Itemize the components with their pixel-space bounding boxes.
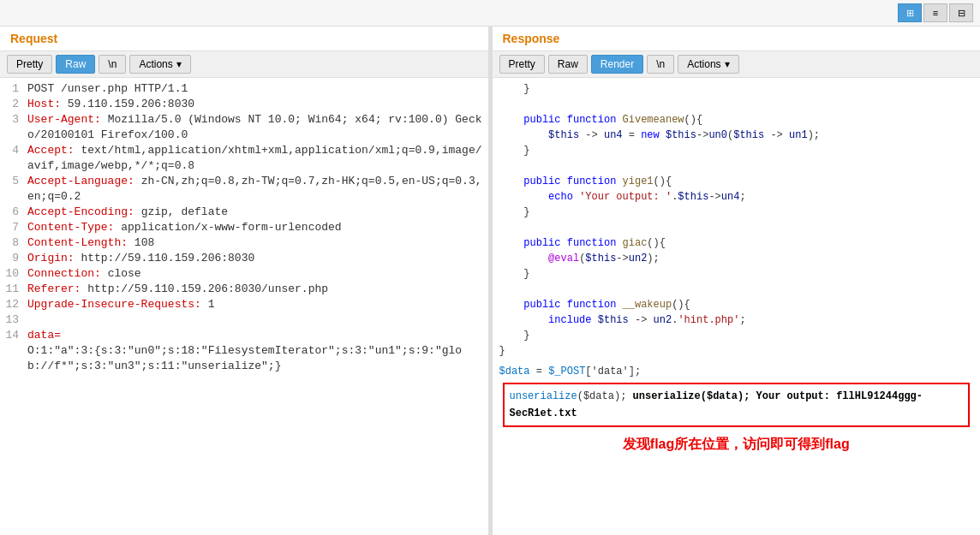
top-bar: ⊞ ≡ ⊟ (0, 0, 980, 27)
request-line-5: 5 Accept-Language: zh-CN,zh;q=0.8,zh-TW;… (0, 174, 488, 205)
horizontal-view-button[interactable]: ≡ (923, 3, 947, 22)
response-render-tab[interactable]: Render (591, 55, 643, 74)
request-line-10: 10 Connection: close (0, 266, 488, 282)
response-actions-button[interactable]: Actions ▾ (678, 55, 738, 74)
request-actions-button[interactable]: Actions ▾ (129, 55, 190, 74)
request-line-13: 13 (0, 312, 488, 328)
response-title: Response (493, 27, 981, 51)
request-line-3: 3 User-Agent: Mozilla/5.0 (Windows NT 10… (0, 112, 488, 143)
view-toggle: ⊞ ≡ ⊟ (898, 3, 973, 22)
response-pretty-tab[interactable]: Pretty (499, 55, 545, 74)
response-n-tab[interactable]: \n (647, 55, 674, 74)
request-n-tab[interactable]: \n (99, 55, 126, 74)
request-content[interactable]: 1 POST /unser.php HTTP/1.1 2 Host: 59.11… (0, 78, 488, 535)
request-toolbar: Pretty Raw \n Actions ▾ (0, 51, 488, 78)
request-line-7: 7 Content-Type: application/x-www-form-u… (0, 220, 488, 235)
request-line-9: 9 Origin: http://59.110.159.206:8030 (0, 251, 488, 266)
response-data-line: $data = $_POST['data']; (499, 362, 974, 381)
request-pretty-tab[interactable]: Pretty (7, 55, 52, 74)
chevron-down-icon: ▾ (176, 58, 182, 70)
request-line-4: 4 Accept: text/html,application/xhtml+xm… (0, 143, 488, 174)
response-content[interactable]: } public function Givemeanew(){ $this ->… (493, 78, 981, 535)
response-highlighted-output: unserialize($data); unserialize($data); … (503, 383, 971, 427)
request-panel: Request Pretty Raw \n Actions ▾ 1 POST /… (0, 27, 489, 535)
request-line-12: 12 Upgrade-Insecure-Requests: 1 (0, 297, 488, 312)
request-data-value: O:1:"a":3:{s:3:"un0";s:18:"FilesystemIte… (0, 343, 488, 374)
request-line-14: 14 data= (0, 328, 488, 343)
request-raw-tab[interactable]: Raw (56, 55, 95, 74)
request-line-1: 1 POST /unser.php HTTP/1.1 (0, 81, 488, 97)
request-line-2: 2 Host: 59.110.159.206:8030 (0, 97, 488, 112)
main-layout: Request Pretty Raw \n Actions ▾ 1 POST /… (0, 27, 980, 535)
response-panel: Response Pretty Raw Render \n Actions ▾ … (493, 27, 981, 535)
request-title: Request (0, 27, 488, 51)
response-raw-tab[interactable]: Raw (548, 55, 588, 74)
request-line-8: 8 Content-Length: 108 (0, 235, 488, 251)
response-chinese-note: 发现flag所在位置，访问即可得到flag (499, 429, 974, 461)
response-code-block: } public function Givemeanew(){ $this ->… (499, 78, 974, 362)
response-toolbar: Pretty Raw Render \n Actions ▾ (493, 51, 981, 78)
chevron-down-icon: ▾ (725, 58, 730, 70)
vertical-view-button[interactable]: ⊟ (949, 3, 973, 22)
request-line-6: 6 Accept-Encoding: gzip, deflate (0, 205, 488, 220)
split-view-button[interactable]: ⊞ (898, 3, 922, 22)
request-line-11: 11 Referer: http://59.110.159.206:8030/u… (0, 282, 488, 297)
